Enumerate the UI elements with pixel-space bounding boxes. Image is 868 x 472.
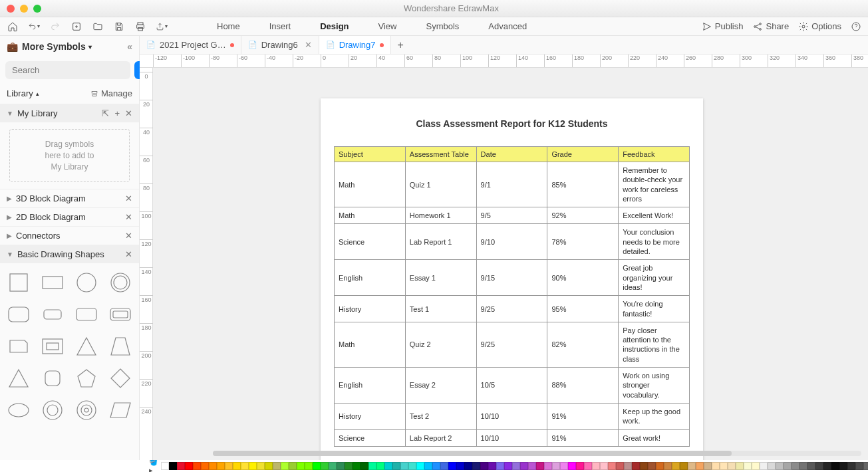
cell[interactable]: 88%	[547, 368, 619, 404]
swatch[interactable]	[847, 462, 855, 470]
cell[interactable]: 90%	[547, 260, 619, 296]
swatch[interactable]	[712, 462, 720, 470]
swatch[interactable]	[744, 462, 752, 470]
swatch[interactable]	[424, 462, 432, 470]
cell[interactable]: Math	[335, 207, 406, 224]
cell[interactable]: 9/25	[476, 296, 547, 322]
swatch[interactable]	[472, 462, 480, 470]
swatch[interactable]	[217, 462, 225, 470]
swatch[interactable]	[305, 462, 313, 470]
swatch[interactable]	[528, 462, 536, 470]
swatch[interactable]	[784, 462, 792, 470]
shape-14[interactable]	[73, 366, 100, 391]
undo-icon[interactable]: ▾	[28, 21, 40, 33]
cell[interactable]: Great job organizing your ideas!	[619, 260, 690, 296]
cell[interactable]: Science	[335, 429, 406, 446]
category-3d-block-diagram[interactable]: ▶3D Block Diagram✕	[0, 189, 139, 207]
collapse-up-icon[interactable]: ▴	[36, 90, 39, 97]
swatch[interactable]	[799, 462, 807, 470]
menu-home[interactable]: Home	[217, 21, 240, 31]
open-icon[interactable]	[92, 21, 104, 33]
cell[interactable]: Essay 2	[405, 368, 476, 404]
swatch[interactable]	[855, 462, 863, 470]
shape-5[interactable]	[39, 302, 67, 327]
cell[interactable]: History	[335, 403, 406, 429]
swatch[interactable]	[440, 462, 448, 470]
document-title[interactable]: Class Assessment Report for K12 Students	[334, 118, 690, 129]
table-row[interactable]: MathHomework 19/592%Excellent Work!	[335, 207, 690, 224]
header-date[interactable]: Date	[476, 147, 547, 162]
library-dropzone[interactable]: Drag symbolshere to add toMy Library	[9, 129, 130, 182]
swatch[interactable]	[281, 462, 289, 470]
swatch[interactable]	[249, 462, 257, 470]
cell[interactable]: 92%	[547, 207, 619, 224]
swatch[interactable]	[576, 462, 584, 470]
cell[interactable]: 9/15	[476, 260, 547, 296]
cell[interactable]: Quiz 2	[405, 322, 476, 367]
new-tab-button[interactable]: +	[391, 39, 410, 51]
cell[interactable]: 10/10	[476, 403, 547, 429]
swatch[interactable]	[656, 462, 664, 470]
horizontal-scrollbar[interactable]	[213, 451, 861, 456]
cell[interactable]: History	[335, 296, 406, 322]
cell[interactable]: Test 2	[405, 403, 476, 429]
swatch[interactable]	[696, 462, 704, 470]
shape-2[interactable]	[73, 270, 100, 295]
add-icon[interactable]: +	[114, 108, 120, 118]
swatch[interactable]	[161, 462, 169, 470]
cell[interactable]: 78%	[547, 224, 619, 260]
cell[interactable]: 10/5	[476, 368, 547, 404]
maximize-window-button[interactable]	[33, 5, 41, 13]
table-row[interactable]: ScienceLab Report 210/1091%Great work!	[335, 429, 690, 446]
shape-3[interactable]	[106, 270, 134, 295]
swatch[interactable]	[792, 462, 799, 470]
shape-1[interactable]	[39, 270, 67, 295]
swatch[interactable]	[185, 462, 193, 470]
manage-link[interactable]: Manage	[90, 88, 132, 98]
header-feedback[interactable]: Feedback	[619, 147, 690, 162]
swatch[interactable]	[752, 462, 760, 470]
search-input[interactable]	[5, 61, 130, 79]
export-icon[interactable]: ▾	[156, 21, 168, 33]
cell[interactable]: You're doing fantastic!	[619, 296, 690, 322]
close-icon[interactable]: ✕	[125, 108, 132, 118]
swatch[interactable]	[728, 462, 736, 470]
cell[interactable]: Excellent Work!	[619, 207, 690, 224]
swatch[interactable]	[776, 462, 784, 470]
swatch[interactable]	[760, 462, 768, 470]
swatch[interactable]	[265, 462, 273, 470]
menu-view[interactable]: View	[378, 21, 397, 31]
close-icon[interactable]: ✕	[125, 212, 132, 222]
swatch[interactable]	[257, 462, 265, 470]
tab-drawing6[interactable]: 📄Drawing6✕	[241, 36, 319, 54]
table-row[interactable]: EnglishEssay 19/1590%Great job organizin…	[335, 260, 690, 296]
tab-2021-project-g-[interactable]: 📄2021 Project G…	[140, 36, 241, 54]
swatch[interactable]	[504, 462, 512, 470]
table-row[interactable]: HistoryTest 19/2595%You're doing fantast…	[335, 296, 690, 322]
cell[interactable]: Lab Report 2	[405, 429, 476, 446]
category-2d-block-diagram[interactable]: ▶2D Block Diagram✕	[0, 207, 139, 226]
cell[interactable]: Science	[335, 224, 406, 260]
shape-0[interactable]	[5, 270, 33, 295]
header-assessment-table[interactable]: Assessment Table	[405, 147, 476, 162]
menu-symbols[interactable]: Symbols	[426, 21, 460, 31]
tab-drawing7[interactable]: 📄Drawing7	[319, 36, 391, 54]
swatch[interactable]	[632, 462, 640, 470]
swatch[interactable]	[863, 462, 868, 470]
swatch[interactable]	[368, 462, 376, 470]
cell[interactable]: Your conclusion needs to be more detaile…	[619, 224, 690, 260]
cell[interactable]: Math	[335, 322, 406, 367]
swatch[interactable]	[313, 462, 321, 470]
close-tab-icon[interactable]: ✕	[305, 40, 312, 50]
swatch[interactable]	[432, 462, 440, 470]
publish-button[interactable]: Publish	[702, 21, 744, 32]
menu-advanced[interactable]: Advanced	[488, 21, 527, 31]
cell[interactable]: 95%	[547, 296, 619, 322]
swatch[interactable]	[337, 462, 345, 470]
table-row[interactable]: ScienceLab Report 19/1078%Your conclusio…	[335, 224, 690, 260]
cell[interactable]: Remember to double-check your work for c…	[619, 162, 690, 207]
swatch[interactable]	[768, 462, 776, 470]
shape-15[interactable]	[106, 366, 134, 391]
swatch[interactable]	[376, 462, 384, 470]
shape-10[interactable]	[73, 334, 100, 359]
